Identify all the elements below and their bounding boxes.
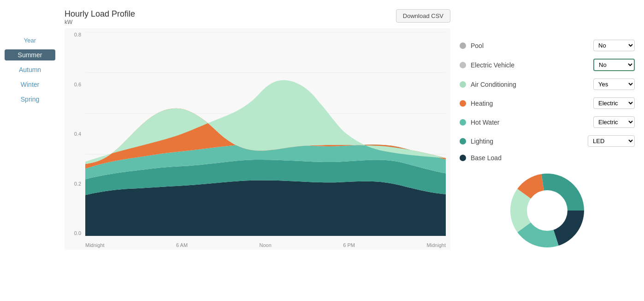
y-tick-02: 0.2 bbox=[65, 181, 81, 187]
x-tick-6pm: 6 PM bbox=[343, 242, 355, 248]
base-load-label: Base Load bbox=[471, 154, 635, 162]
pie-chart-svg bbox=[510, 174, 584, 247]
heating-label: Heating bbox=[471, 100, 589, 107]
electric-vehicle-dot bbox=[460, 62, 466, 68]
y-tick-06: 0.6 bbox=[65, 82, 81, 87]
lighting-select[interactable]: LED Halogen Fluorescent bbox=[588, 135, 635, 147]
sidebar-item-autumn[interactable]: Autumn bbox=[5, 64, 55, 75]
chart-section: Hourly Load Profile kW Download CSV 0.0 … bbox=[65, 9, 450, 250]
electric-vehicle-label: Electric Vehicle bbox=[471, 61, 589, 69]
legend-row-air-conditioning: Air Conditioning Yes No bbox=[460, 76, 635, 93]
kw-label: kW bbox=[65, 19, 135, 25]
electric-vehicle-select[interactable]: No Yes bbox=[593, 59, 635, 71]
x-tick-midnight2: Midnight bbox=[426, 242, 446, 248]
air-conditioning-select[interactable]: Yes No bbox=[593, 78, 635, 90]
y-tick-0: 0.0 bbox=[65, 230, 81, 236]
x-tick-midnight1: Midnight bbox=[85, 242, 105, 248]
legend-row-hot-water: Hot Water Electric Gas Solar bbox=[460, 114, 635, 131]
right-panel: Pool No Yes Electric Vehicle No Yes Air … bbox=[460, 9, 635, 250]
legend-row-lighting: Lighting LED Halogen Fluorescent bbox=[460, 132, 635, 150]
sidebar-item-spring[interactable]: Spring bbox=[5, 94, 55, 105]
hot-water-select[interactable]: Electric Gas Solar bbox=[593, 116, 635, 128]
chart-wrapper: 0.0 0.2 0.4 0.6 0.8 bbox=[65, 28, 450, 250]
y-tick-04: 0.4 bbox=[65, 131, 81, 137]
download-csv-button[interactable]: Download CSV bbox=[396, 9, 450, 23]
base-load-area bbox=[85, 181, 446, 236]
air-conditioning-dot bbox=[460, 81, 466, 88]
chart-area bbox=[85, 32, 446, 236]
heating-dot bbox=[460, 100, 466, 107]
pool-select[interactable]: No Yes bbox=[593, 40, 635, 51]
x-tick-noon: Noon bbox=[260, 242, 272, 248]
legend-row-electric-vehicle: Electric Vehicle No Yes bbox=[460, 56, 635, 74]
air-conditioning-label: Air Conditioning bbox=[471, 81, 589, 88]
hot-water-label: Hot Water bbox=[471, 119, 589, 126]
legend-row-pool: Pool No Yes bbox=[460, 37, 635, 54]
y-tick-08: 0.8 bbox=[65, 32, 81, 37]
area-chart-svg bbox=[85, 32, 446, 236]
chart-title: Hourly Load Profile bbox=[65, 9, 135, 19]
pool-label: Pool bbox=[471, 42, 589, 49]
pie-container bbox=[460, 174, 635, 247]
pool-dot bbox=[460, 42, 466, 49]
svg-point-6 bbox=[527, 190, 567, 231]
lighting-label: Lighting bbox=[471, 138, 583, 145]
x-axis: Midnight 6 AM Noon 6 PM Midnight bbox=[85, 242, 446, 248]
hot-water-dot bbox=[460, 119, 466, 126]
x-tick-6am: 6 AM bbox=[176, 242, 188, 248]
sidebar-year-label: Year bbox=[24, 37, 36, 44]
sidebar-item-summer[interactable]: Summer bbox=[5, 49, 55, 60]
base-load-dot bbox=[460, 155, 466, 161]
legend-row-heating: Heating Electric Gas None bbox=[460, 95, 635, 112]
chart-header: Hourly Load Profile kW Download CSV bbox=[65, 9, 450, 26]
sidebar: Year Summer Autumn Winter Spring bbox=[5, 9, 55, 250]
heating-select[interactable]: Electric Gas None bbox=[593, 97, 635, 109]
sidebar-item-winter[interactable]: Winter bbox=[5, 79, 55, 90]
lighting-dot bbox=[460, 138, 466, 144]
legend-row-base-load: Base Load bbox=[460, 151, 635, 164]
y-axis: 0.0 0.2 0.4 0.6 0.8 bbox=[65, 28, 83, 236]
